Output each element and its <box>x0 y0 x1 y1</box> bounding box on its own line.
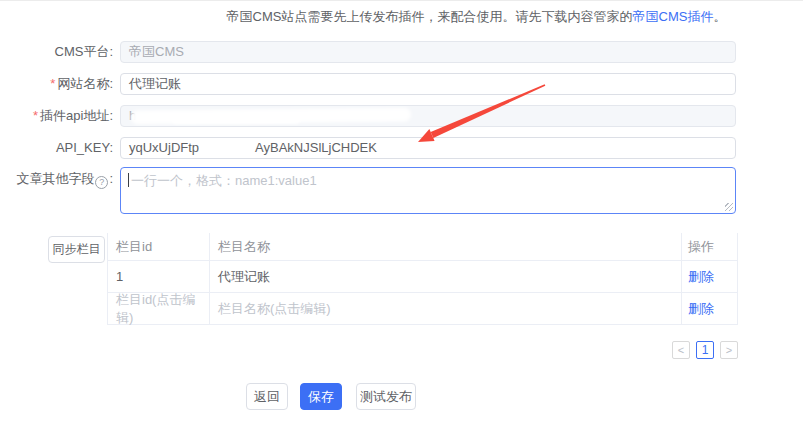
sync-columns-button[interactable]: 同步栏目 <box>48 236 105 263</box>
cms-site-config-page: 帝国CMS站点需要先上传发布插件，来配合使用。请先下载内容管家的帝国CMS插件。… <box>0 0 803 422</box>
notice-text-end: 。 <box>713 9 726 24</box>
delete-link[interactable]: 删除 <box>688 268 714 286</box>
column-header-id: 栏目id <box>107 233 210 261</box>
delete-link[interactable]: 删除 <box>688 300 714 318</box>
help-question-icon[interactable]: ? <box>95 176 108 189</box>
text-caret <box>128 173 129 187</box>
required-asterisk: * <box>50 76 55 91</box>
table-row-placeholder: 栏目id(点击编辑) 栏目名称(点击编辑) 删除 <box>107 293 738 325</box>
cms-plugin-download-link[interactable]: 帝国CMS插件 <box>633 9 714 24</box>
resize-handle-icon[interactable] <box>725 203 733 211</box>
cell-column-name[interactable]: 代理记账 <box>210 261 682 293</box>
site-name-input[interactable]: 代理记账 <box>120 73 736 95</box>
article-extra-fields-textarea[interactable]: 一行一个，格式：name1:value1 <box>120 167 736 214</box>
article-extra-fields-label: 文章其他字段?: <box>0 168 113 190</box>
column-header-name: 栏目名称 <box>210 233 682 261</box>
textarea-placeholder: 一行一个，格式：name1:value1 <box>131 173 317 188</box>
redaction-blur <box>199 144 255 154</box>
redaction-blur <box>171 113 301 124</box>
pagination-next-button[interactable]: > <box>720 341 738 359</box>
required-asterisk: * <box>33 108 38 123</box>
cms-platform-label: CMS平台: <box>0 41 113 63</box>
api-key-label: API_KEY: <box>0 137 113 159</box>
column-header-action: 操作 <box>682 233 738 261</box>
pagination: < 1 > <box>672 341 738 359</box>
plugin-api-url-input: h <box>120 105 736 127</box>
columns-table: 栏目id 栏目名称 操作 1 代理记账 删除 栏目id(点击编辑) 栏目名称(点… <box>107 233 738 325</box>
test-publish-button[interactable]: 测试发布 <box>356 383 416 410</box>
pagination-prev-button[interactable]: < <box>672 341 690 359</box>
pagination-page-1[interactable]: 1 <box>696 341 714 359</box>
table-row: 1 代理记账 删除 <box>107 261 738 293</box>
plugin-api-url-label: *插件api地址: <box>0 105 113 127</box>
back-button[interactable]: 返回 <box>246 383 288 410</box>
site-name-label: *网站名称: <box>0 73 113 95</box>
cell-column-id[interactable]: 1 <box>107 261 210 293</box>
save-button[interactable]: 保存 <box>300 383 342 410</box>
table-header-row: 栏目id 栏目名称 操作 <box>107 233 738 261</box>
notice-text: 帝国CMS站点需要先上传发布插件，来配合使用。请先下载内容管家的 <box>227 9 633 24</box>
cell-column-id-editable[interactable]: 栏目id(点击编辑) <box>107 293 210 325</box>
plugin-notice: 帝国CMS站点需要先上传发布插件，来配合使用。请先下载内容管家的帝国CMS插件。 <box>0 8 803 26</box>
api-key-input[interactable]: yqUxUjDFtpAyBAkNJSlLjCHDEK <box>120 137 736 159</box>
cms-platform-input: 帝国CMS <box>120 41 736 63</box>
cell-column-name-editable[interactable]: 栏目名称(点击编辑) <box>210 293 682 325</box>
